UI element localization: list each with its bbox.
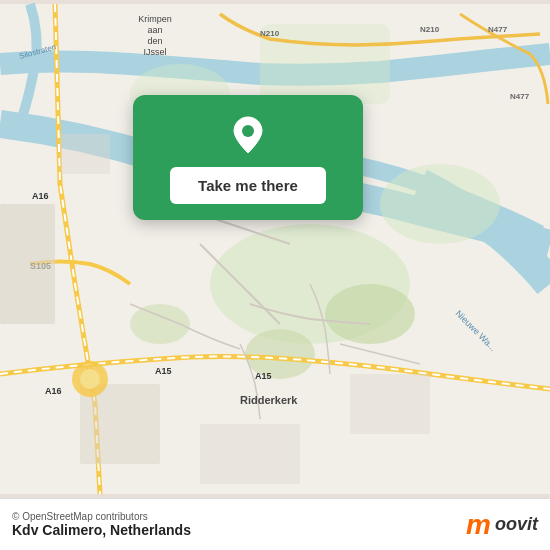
svg-text:N477: N477	[510, 92, 530, 101]
svg-text:N210: N210	[420, 25, 440, 34]
location-pin-icon	[226, 113, 270, 157]
location-info: © OpenStreetMap contributors Kdv Calimer…	[12, 511, 191, 538]
svg-text:aan: aan	[147, 25, 162, 35]
svg-text:IJssel: IJssel	[143, 47, 166, 57]
moovit-m-icon: m	[466, 509, 491, 541]
svg-point-2	[380, 164, 500, 244]
moovit-wordmark: oovit	[495, 514, 538, 535]
take-me-there-button[interactable]: Take me there	[170, 167, 326, 204]
svg-text:Ridderkerk: Ridderkerk	[240, 394, 298, 406]
location-name: Kdv Calimero, Netherlands	[12, 522, 191, 538]
svg-point-5	[325, 284, 415, 344]
svg-point-31	[80, 369, 100, 389]
bottom-bar: © OpenStreetMap contributors Kdv Calimer…	[0, 498, 550, 550]
svg-text:A15: A15	[155, 366, 172, 376]
svg-text:N477: N477	[488, 25, 508, 34]
svg-rect-27	[200, 424, 300, 484]
app-container: N210 N210 N477 N477 S105 A16 A16 A15 A15…	[0, 0, 550, 550]
svg-rect-29	[60, 134, 110, 174]
svg-text:den: den	[147, 36, 162, 46]
map-container: N210 N210 N477 N477 S105 A16 A16 A15 A15…	[0, 0, 550, 498]
svg-text:N210: N210	[260, 29, 280, 38]
svg-text:A15: A15	[255, 371, 272, 381]
map-background: N210 N210 N477 N477 S105 A16 A16 A15 A15…	[0, 0, 550, 498]
svg-text:Krimpen: Krimpen	[138, 14, 172, 24]
svg-point-32	[242, 125, 254, 137]
svg-text:A16: A16	[45, 386, 62, 396]
moovit-logo: m oovit	[466, 509, 538, 541]
popup-card[interactable]: Take me there	[133, 95, 363, 220]
svg-rect-28	[350, 374, 430, 434]
svg-rect-3	[260, 24, 390, 104]
svg-text:A16: A16	[32, 191, 49, 201]
svg-rect-25	[0, 204, 55, 324]
osm-attribution: © OpenStreetMap contributors	[12, 511, 191, 522]
